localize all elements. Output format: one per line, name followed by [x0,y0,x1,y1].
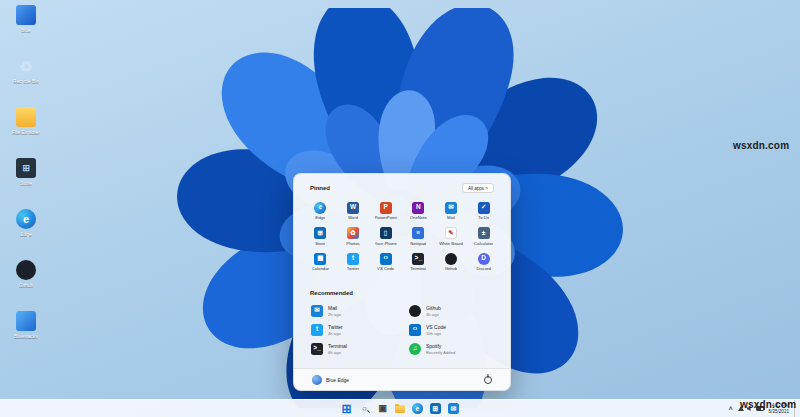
recommended-item-text: Spotify Recently Added [426,343,455,355]
recycle-bin-icon: ♻ [16,56,36,76]
desktop-shortcut-label: Blue [21,27,31,33]
file-explorer-icon[interactable] [395,405,405,413]
github-icon [409,305,421,317]
desktop-shortcut-label: Recycle Bin [13,78,39,84]
recommended-item-title: Terminal [328,343,347,349]
pinned-app-tile[interactable]: e Edge [304,199,337,223]
blue-shortcut-icon [16,5,36,25]
task-view-icon[interactable]: ▣ [377,403,388,414]
desktop-shortcut-label: File Explorer [12,129,40,135]
recommended-section-title: Recommended [310,290,353,296]
pinned-app-label: Mail [447,215,455,220]
calendar-icon: ▦ [314,253,326,265]
todo-icon: ✓ [478,202,490,214]
desktop-shortcut[interactable]: Github [2,260,50,288]
recommended-item-title: Github [426,305,441,311]
edge-icon[interactable]: e [412,403,423,414]
recommended-item[interactable]: t Twitter 4h ago [306,321,400,339]
taskbar-icon-group: ⊞○▣e⊞✉ [341,400,459,417]
pinned-app-label: To Do [478,215,489,220]
pinned-app-tile[interactable]: ▯ Your Phone [369,225,402,249]
calculator-icon: ± [478,227,490,239]
recommended-item[interactable]: ✉ Mail 2h ago [306,302,400,320]
store-shortcut-icon: ⊞ [16,158,36,178]
pinned-app-tile[interactable]: ± Calculator [467,225,500,249]
pinned-app-label: Photos [346,241,359,246]
recommended-item[interactable]: ‹› VS Code 10h ago [404,321,498,339]
pinned-app-label: Calculator [474,241,493,246]
pinned-app-tile[interactable]: P PowerPoint [369,199,402,223]
pinned-app-tile[interactable]: ✓ To Do [467,199,500,223]
pinned-app-tile[interactable]: ✿ Photos [337,225,370,249]
pinned-app-tile[interactable]: ‹› VS Code [369,250,402,274]
pinned-app-label: Edge [315,215,325,220]
pinned-app-label: PowerPoint [375,215,397,220]
recommended-item[interactable]: ♫ Spotify Recently Added [404,340,498,358]
start-menu: Pinned All apps > e Edge W Word P PowerP… [293,173,511,391]
pinned-app-tile[interactable]: D Discord [467,250,500,274]
desktop-shortcut[interactable]: Bluestacks [2,311,50,339]
start-menu-footer: Blue Edge [294,368,510,390]
pinned-app-tile[interactable]: >_ Terminal [402,250,435,274]
onenote-icon: N [412,202,424,214]
recommended-item-subtitle: Recently Added [426,350,455,355]
pinned-app-tile[interactable]: t Twitter [337,250,370,274]
edge-icon: e [314,202,326,214]
pinned-app-tile[interactable]: ✎ White Board [435,225,468,249]
desktop-shortcut[interactable]: File Explorer [2,107,50,135]
pinned-app-label: Calendar [312,266,329,271]
recommended-item-text: Terminal 6h ago [328,343,347,355]
recommended-item-text: VS Code 10h ago [426,324,446,336]
desktop-shortcut-label: Bluestacks [14,333,38,339]
vscode-icon: ‹› [380,253,392,265]
desktop-shortcut[interactable]: Blue [2,5,50,33]
pinned-app-label: VS Code [377,266,394,271]
recommended-item[interactable]: >_ Terminal 6h ago [306,340,400,358]
mail-icon: ✉ [311,305,323,317]
desktop-shortcut-label: Store [20,180,32,186]
spotify-icon: ♫ [409,343,421,355]
edge-shortcut-icon: e [16,209,36,229]
power-button[interactable] [484,376,492,384]
search-icon[interactable]: ○ [359,403,370,414]
pinned-app-tile[interactable]: ▦ Calendar [304,250,337,274]
hidden-icons-chevron[interactable]: ^ [729,406,733,413]
mail-icon[interactable]: ✉ [448,403,459,414]
store-icon[interactable]: ⊞ [430,403,441,414]
recommended-item-text: Mail 2h ago [328,305,341,317]
mail-icon: ✉ [445,202,457,214]
desktop-shortcut[interactable]: ⊞ Store [2,158,50,186]
twitter-icon: t [347,253,359,265]
recommended-item-subtitle: 2h ago [328,312,341,317]
pinned-app-tile[interactable]: ≡ Notepad [402,225,435,249]
pinned-app-tile[interactable]: ⊞ Store [304,225,337,249]
file-explorer-icon [16,107,36,127]
recommended-item-title: Spotify [426,343,455,349]
watermark-text: wsxdn.com [740,399,796,410]
twitter-icon: t [311,324,323,336]
recommended-item-subtitle: 4h ago [426,312,441,317]
whiteboard-icon: ✎ [445,227,457,239]
pinned-section-title: Pinned [310,185,330,191]
desktop-shortcut-label: Github [19,282,34,288]
desktop-shortcut[interactable]: ♻ Recycle Bin [2,56,50,84]
pinned-app-tile[interactable]: ✉ Mail [435,199,468,223]
all-apps-button[interactable]: All apps > [462,183,494,193]
pinned-app-tile[interactable]: N OneNote [402,199,435,223]
recommended-item-subtitle: 6h ago [328,350,347,355]
bluestacks-shortcut-icon [16,311,36,331]
recommended-item-text: Twitter 4h ago [328,324,343,336]
pinned-app-tile[interactable]: Github [435,250,468,274]
recommended-item[interactable]: Github 4h ago [404,302,498,320]
recommended-item-text: Github 4h ago [426,305,441,317]
pinned-app-label: Twitter [347,266,360,271]
desktop-shortcut-label: Edge [20,231,32,237]
start-button[interactable]: ⊞ [341,403,352,414]
pinned-app-tile[interactable]: W Word [337,199,370,223]
recommended-item-title: Twitter [328,324,343,330]
github-icon [445,253,457,265]
user-account-button[interactable]: Blue Edge [312,375,349,385]
notepad-icon: ≡ [412,227,424,239]
desktop-shortcut[interactable]: e Edge [2,209,50,237]
pinned-apps-grid: e Edge W Word P PowerPoint N OneNote ✉ M… [294,197,510,274]
